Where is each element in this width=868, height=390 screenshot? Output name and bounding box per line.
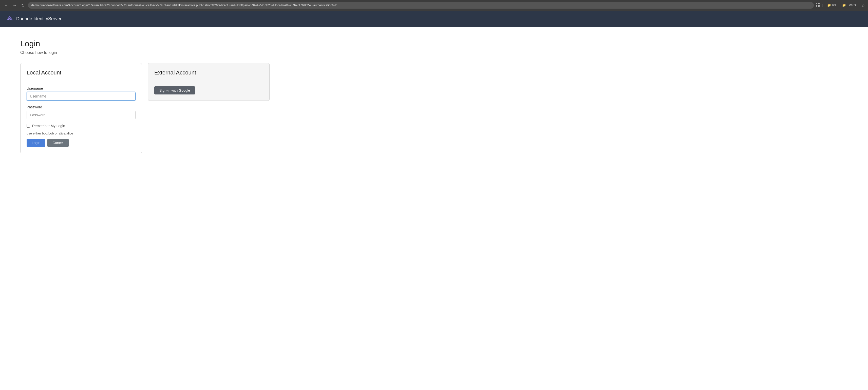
logo-icon: [6, 15, 13, 22]
login-button-group: Login Cancel: [27, 139, 135, 147]
remember-group: Remember My Login: [27, 124, 135, 128]
page-subtitle: Choose how to login: [20, 51, 848, 55]
external-account-card: External Account Sign-in with Google: [148, 63, 270, 101]
folder-icon-rx: 📁: [827, 4, 831, 7]
app-header: Duende IdentityServer: [0, 11, 868, 27]
hint-text: use either bob/bob or alice/alice: [27, 131, 135, 135]
external-account-title: External Account: [154, 69, 263, 80]
password-group: Password: [27, 105, 135, 119]
password-input[interactable]: [27, 111, 135, 119]
tab-separator: |: [823, 4, 823, 7]
folder-icon-twks: 📁: [842, 4, 846, 7]
grid-icon[interactable]: [816, 3, 820, 7]
main-content: Login Choose how to login Local Account …: [0, 27, 868, 390]
password-label: Password: [27, 105, 135, 109]
tab-label-rx: RX: [832, 4, 836, 7]
remember-label[interactable]: Remember My Login: [32, 124, 65, 128]
username-label: Username: [27, 86, 135, 90]
app-title: Duende IdentityServer: [16, 16, 62, 22]
local-account-title: Local Account: [27, 69, 135, 80]
browser-chrome: ← → ↻ | 📁 RX 📁 TWKS ☆: [0, 0, 868, 11]
login-button[interactable]: Login: [27, 139, 45, 147]
browser-tab-rx[interactable]: 📁 RX: [825, 3, 838, 8]
remember-checkbox[interactable]: [27, 124, 30, 128]
local-account-card: Local Account Username Password Remember…: [20, 63, 142, 153]
address-bar[interactable]: [28, 2, 814, 9]
sign-in-google-button[interactable]: Sign-in with Google: [154, 86, 195, 94]
cancel-button[interactable]: Cancel: [48, 139, 69, 147]
page-title: Login: [20, 39, 848, 48]
forward-button[interactable]: →: [12, 2, 18, 9]
username-group: Username: [27, 86, 135, 101]
browser-tabs: | 📁 RX 📁 TWKS: [816, 3, 858, 8]
bookmark-button[interactable]: ☆: [861, 3, 865, 8]
reload-button[interactable]: ↻: [20, 2, 26, 9]
cards-container: Local Account Username Password Remember…: [20, 63, 848, 153]
back-button[interactable]: ←: [3, 2, 9, 9]
browser-tab-twks[interactable]: 📁 TWKS: [840, 3, 858, 8]
username-input[interactable]: [27, 92, 135, 101]
tab-label-twks: TWKS: [847, 4, 856, 7]
